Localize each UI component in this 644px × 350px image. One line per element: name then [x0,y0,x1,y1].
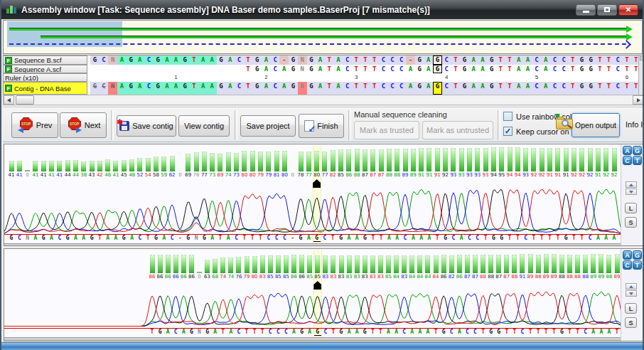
sequence-cell[interactable]: T [352,82,361,95]
sequence-cell[interactable]: G [577,55,586,65]
trace-base-letter[interactable]: A [394,235,401,241]
trace-base-letter[interactable]: A [424,329,431,335]
trace-base-letter[interactable]: A [594,235,601,241]
sequence-cell[interactable]: C [442,55,451,65]
sequence-cell[interactable]: A [262,65,271,73]
sequence-cell[interactable]: T [244,65,253,73]
sequence-cell[interactable]: T [325,55,334,65]
trace-base-letter[interactable]: A [291,329,298,335]
trace-base-letter[interactable]: N [196,329,203,335]
sequence-cell[interactable]: T [496,82,505,95]
trace-base-letter[interactable]: T [149,329,156,335]
trace-base-letter[interactable]: A [161,235,168,241]
trace-base-letter[interactable]: T [377,235,385,241]
sequence-cell[interactable]: C [100,82,109,95]
sequence-cell[interactable]: T [451,82,461,95]
trace-base-letter[interactable]: C [321,235,328,241]
zoom-up-button[interactable] [626,181,637,188]
sequence-cell[interactable]: A [406,82,415,95]
show-c-trace-button[interactable]: C [623,260,632,270]
sequence-cell[interactable]: C [559,82,569,95]
sequence-cell[interactable]: G [127,55,136,65]
trace-base-letter[interactable]: A [417,329,424,335]
trace-base-letter[interactable]: G [313,235,321,242]
sequence-cell[interactable]: T [496,55,505,65]
sequence-cell[interactable]: A [541,65,550,73]
trace-base-letter[interactable]: A [305,235,312,241]
trace-base-letter[interactable]: A [104,235,112,241]
trace-base-letter[interactable]: A [129,235,136,241]
trace-base-letter[interactable]: T [511,329,518,335]
trace-base-letter[interactable]: A [164,329,171,335]
sequence-cell[interactable]: C [532,55,542,65]
trace-base-letter[interactable]: G [120,235,127,241]
sequence-cell[interactable]: C [532,65,542,73]
sequence-cell[interactable]: A [514,55,523,65]
sequence-cell[interactable]: G [289,55,298,65]
trace-base-letter[interactable]: T [503,329,510,335]
trace-base-letter[interactable]: A [180,329,187,335]
sequence-cell[interactable]: T [370,55,379,65]
trace-base-letter[interactable]: C [322,329,329,335]
trace-base-letter[interactable]: T [530,235,537,241]
trace-base-letter[interactable]: A [32,235,39,241]
show-a-trace-button[interactable]: A [623,146,632,155]
sequence-cell[interactable]: A [208,82,217,95]
trace-base-letter[interactable]: C [56,235,63,241]
sequence-cell[interactable]: A [208,55,217,65]
finish-button[interactable]: ✓ Finish [299,114,344,138]
trace-base-letter[interactable]: - [176,235,183,241]
sequence-cell[interactable]: A [478,65,488,73]
trace-base-letter[interactable]: T [370,235,377,241]
trace-base-letter[interactable]: G [314,329,321,336]
sequence-cell[interactable]: A [469,55,478,65]
trace-base-letter[interactable]: T [329,235,336,241]
trace-base-letter[interactable]: C [172,329,179,335]
trace-base-letter[interactable]: A [426,235,433,241]
sequence-cell[interactable]: G [415,65,424,73]
trace-base-letter[interactable]: N [193,235,200,241]
sequence-cell[interactable]: C [144,55,154,65]
trace-base-letter[interactable]: G [156,329,163,335]
sequence-cell[interactable]: G [154,55,163,65]
sequence-cell[interactable]: C [235,55,244,65]
trace-base-letter[interactable]: A [409,235,417,241]
trace-base-letter[interactable]: C [136,235,144,241]
trace-base-letter[interactable]: G [200,235,208,241]
trace-base-letter[interactable]: C [519,329,526,335]
trace-base-letter[interactable]: T [369,329,376,335]
trace-base-letter[interactable]: C [466,235,473,241]
sequence-cell[interactable]: G [217,82,226,95]
save-contig-button[interactable]: ✱ Save contig [117,115,176,137]
trace-base-letter[interactable]: T [249,235,256,241]
sequence-cell[interactable]: C [271,82,280,95]
sequence-cell[interactable]: A [424,55,433,65]
trace-base-letter[interactable]: C [463,329,471,335]
sequence-cell[interactable]: A [523,82,532,95]
sequence-cell[interactable]: T [604,55,613,65]
trace-base-letter[interactable]: G [558,329,565,335]
trace-base-letter[interactable]: T [613,329,621,335]
sequence-cell[interactable]: C [550,55,559,65]
sequence-cell[interactable]: G [487,65,496,73]
trace-base-letter[interactable]: T [257,235,264,241]
sequence-cell[interactable]: T [568,55,577,65]
trace-base-letter[interactable]: G [361,235,368,241]
sequence-cell[interactable]: A [316,82,325,95]
trace-base-letter[interactable]: C [401,329,408,335]
alignment-vertical-scrollbar[interactable] [638,55,644,95]
sequence-cell[interactable]: T [568,82,577,95]
trace-base-letter[interactable]: A [72,235,79,241]
trace-base-letter[interactable]: T [259,329,266,335]
sequence-cell[interactable]: T [505,65,515,73]
sequence-cell[interactable]: T [451,55,461,65]
sequence-cell[interactable]: A [541,82,550,95]
sequence-cell[interactable]: T [325,82,334,95]
trace-base-letter[interactable]: A [603,235,610,241]
sequence-cell[interactable]: T [370,82,379,95]
sequence-cell[interactable]: A [262,82,271,95]
sequence-cell[interactable]: G [307,55,316,65]
minimize-button[interactable] [576,4,596,16]
scroll-left-button[interactable] [4,95,14,105]
sequence-cell[interactable]: A [163,55,172,65]
